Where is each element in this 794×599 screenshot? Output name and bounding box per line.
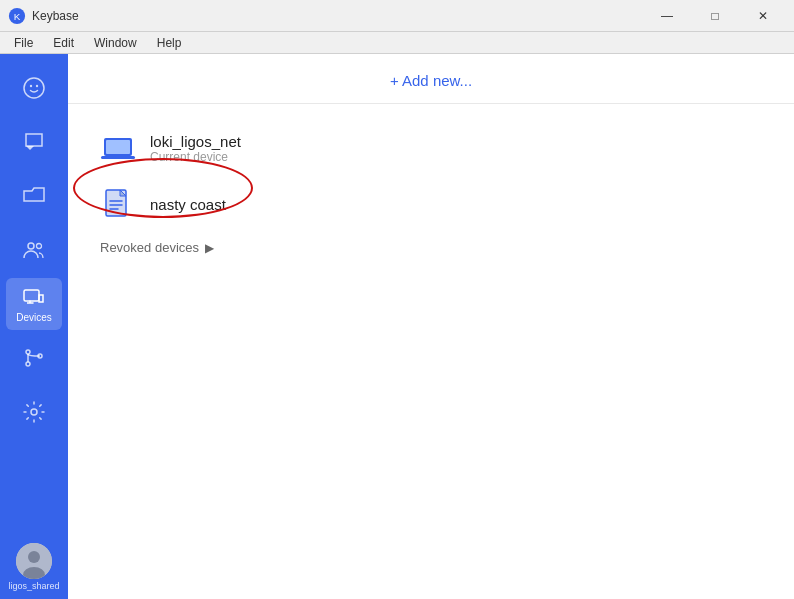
folder-icon bbox=[22, 184, 46, 208]
svg-rect-16 bbox=[106, 140, 130, 154]
sidebar-item-emoji[interactable] bbox=[6, 62, 62, 114]
sidebar-item-git[interactable] bbox=[6, 332, 62, 384]
device-name-loki: loki_ligos_net bbox=[150, 133, 762, 150]
svg-point-4 bbox=[36, 85, 38, 87]
add-new-bar: + Add new... bbox=[68, 54, 794, 104]
user-label: ligos_shared bbox=[8, 581, 59, 591]
svg-text:K: K bbox=[14, 10, 21, 21]
title-bar: K Keybase — □ ✕ bbox=[0, 0, 794, 32]
menu-bar: File Edit Window Help bbox=[0, 32, 794, 54]
close-button[interactable]: ✕ bbox=[740, 0, 786, 32]
sidebar-item-settings[interactable] bbox=[6, 386, 62, 438]
maximize-button[interactable]: □ bbox=[692, 0, 738, 32]
revoked-label: Revoked devices bbox=[100, 240, 199, 255]
svg-point-11 bbox=[31, 409, 37, 415]
svg-point-9 bbox=[26, 362, 30, 366]
avatar bbox=[16, 543, 52, 579]
svg-rect-17 bbox=[101, 156, 135, 159]
svg-point-3 bbox=[30, 85, 32, 87]
menu-window[interactable]: Window bbox=[84, 34, 147, 52]
svg-point-5 bbox=[28, 243, 34, 249]
sidebar-item-people[interactable] bbox=[6, 224, 62, 276]
window-title: Keybase bbox=[32, 9, 644, 23]
laptop-icon bbox=[100, 130, 136, 166]
device-item-nastycoast: nasty coast bbox=[100, 176, 762, 232]
device-sub-loki: Current device bbox=[150, 150, 762, 164]
device-info-nastycoast: nasty coast bbox=[150, 196, 762, 213]
window-controls: — □ ✕ bbox=[644, 0, 786, 32]
svg-point-6 bbox=[37, 244, 42, 249]
add-new-button[interactable]: + Add new... bbox=[390, 72, 472, 89]
minimize-button[interactable]: — bbox=[644, 0, 690, 32]
sidebar: Devices bbox=[0, 54, 68, 599]
avatar-image bbox=[16, 543, 52, 579]
people-icon bbox=[22, 238, 46, 262]
sidebar-item-devices[interactable]: Devices bbox=[6, 278, 62, 330]
menu-help[interactable]: Help bbox=[147, 34, 192, 52]
sidebar-item-chat[interactable] bbox=[6, 116, 62, 168]
user-avatar-section[interactable]: ligos_shared bbox=[8, 543, 59, 591]
app-body: Devices bbox=[0, 54, 794, 599]
main-content: + Add new... loki_ligos_net Current devi… bbox=[68, 54, 794, 599]
sidebar-item-files[interactable] bbox=[6, 170, 62, 222]
sidebar-item-devices-label: Devices bbox=[16, 312, 52, 323]
gear-icon bbox=[22, 400, 46, 424]
app-icon: K bbox=[8, 7, 26, 25]
svg-point-2 bbox=[24, 78, 44, 98]
svg-point-8 bbox=[26, 350, 30, 354]
paper-key-icon bbox=[100, 186, 136, 222]
devices-list: loki_ligos_net Current device bbox=[68, 104, 794, 271]
emoji-icon bbox=[22, 76, 46, 100]
device-info-loki: loki_ligos_net Current device bbox=[150, 133, 762, 164]
chat-icon bbox=[22, 130, 46, 154]
device-name-nastycoast: nasty coast bbox=[150, 196, 762, 213]
svg-point-13 bbox=[28, 551, 40, 563]
menu-file[interactable]: File bbox=[4, 34, 43, 52]
menu-edit[interactable]: Edit bbox=[43, 34, 84, 52]
git-icon bbox=[22, 346, 46, 370]
revoked-devices-section[interactable]: Revoked devices ▶ bbox=[100, 232, 762, 255]
devices-icon bbox=[22, 285, 46, 309]
svg-rect-7 bbox=[24, 290, 39, 301]
device-item-loki: loki_ligos_net Current device bbox=[100, 120, 762, 176]
revoked-arrow-icon: ▶ bbox=[205, 241, 214, 255]
